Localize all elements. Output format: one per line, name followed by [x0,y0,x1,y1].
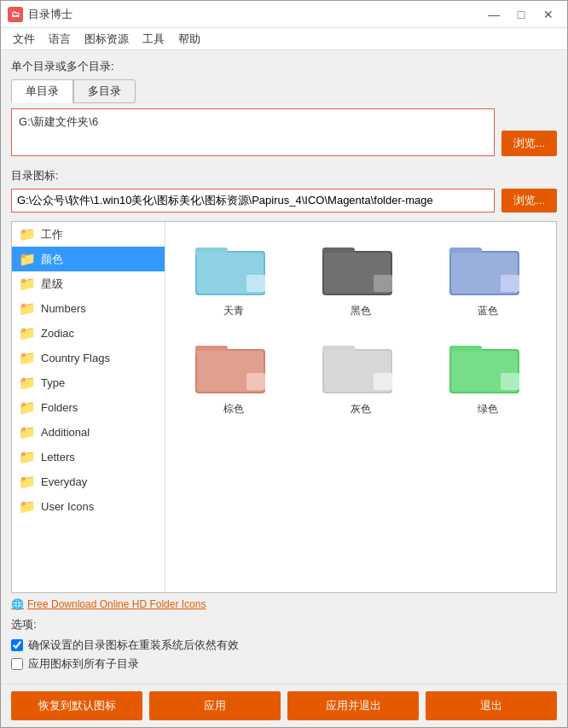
icon-label-heise: 黑色 [351,304,371,318]
folder-svg-zongse [195,335,272,397]
icon-label-lvse: 绿色 [478,402,498,416]
bottom-bar: 恢复到默认图标 应用 应用并退出 退出 [1,684,567,727]
close-button[interactable]: ✕ [536,4,560,25]
window-title: 目录博士 [28,7,482,22]
icon-cell-lvse[interactable]: 绿色 [426,327,549,422]
folder-icon-star: 📁 [19,276,36,292]
exit-btn[interactable]: 退出 [426,691,557,720]
globe-icon: 🌐 [11,598,24,610]
menu-bar: 文件 语言 图标资源 工具 帮助 [1,28,567,50]
menu-tools[interactable]: 工具 [136,30,171,49]
sidebar-item-color[interactable]: 📁 颜色 [12,247,165,271]
sidebar-item-additional[interactable]: 📁 Additional [12,420,165,445]
svg-rect-15 [246,373,265,390]
icon-cell-heise[interactable]: 黑色 [299,229,423,323]
checkbox-subdirs-label: 应用图标到所有子目录 [28,656,139,672]
sidebar-item-star[interactable]: 📁 星级 [12,271,165,296]
download-label: Free Download Online HD Folder Icons [27,598,206,610]
svg-rect-7 [374,275,392,292]
folder-icon-flags: 📁 [19,350,36,366]
menu-file[interactable]: 文件 [6,30,42,49]
restore-btn[interactable]: 恢复到默认图标 [11,691,142,720]
folder-svg-huise [322,335,399,397]
icon-cell-zongse[interactable]: 棕色 [172,327,296,422]
checkbox-reinstall[interactable] [11,639,23,651]
icon-path-label: 目录图标: [11,168,557,183]
sidebar-item-everyday[interactable]: 📁 Everyday [12,469,165,494]
icon-cell-huise[interactable]: 灰色 [299,327,423,422]
window-controls: — □ ✕ [482,4,560,25]
folder-icon-zodiac: 📁 [19,325,36,341]
minimize-button[interactable]: — [482,4,506,25]
main-window: 🗂 目录博士 — □ ✕ 文件 语言 图标资源 工具 帮助 单个目录或多个目录:… [0,0,568,728]
sidebar-item-user-icons[interactable]: 📁 User Icons [12,494,165,519]
icon-cell-tianqing[interactable]: 天青 [172,229,296,323]
svg-rect-19 [374,373,392,390]
menu-language[interactable]: 语言 [42,30,78,49]
icon-path-input[interactable] [11,189,495,213]
folder-icon-color: 📁 [19,251,36,267]
icon-label-tianqing: 天青 [223,304,244,318]
icon-cell-lanse[interactable]: 蓝色 [426,229,549,323]
checkbox-reinstall-label: 确保设置的目录图标在重装系统后依然有效 [28,638,239,653]
checkbox-row-2: 应用图标到所有子目录 [11,656,557,672]
icon-label-huise: 灰色 [351,402,371,416]
folder-svg-lanse [449,237,526,299]
menu-help[interactable]: 帮助 [171,30,207,49]
apply-exit-btn[interactable]: 应用并退出 [287,691,419,720]
sidebar-item-type[interactable]: 📁 Type [12,370,165,395]
svg-rect-3 [246,275,265,292]
icon-label-lanse: 蓝色 [478,304,498,318]
maximize-button[interactable]: □ [509,4,533,25]
sidebar-item-numbers[interactable]: 📁 Numbers [12,296,165,321]
sidebar-item-work[interactable]: 📁 工作 [12,222,165,247]
browse-button-icon[interactable]: 浏览... [501,189,557,213]
directory-section-label: 单个目录或多个目录: [11,59,557,74]
checkbox-row-1: 确保设置的目录图标在重装系统后依然有效 [11,638,557,653]
svg-rect-23 [501,373,519,390]
options-label: 选项: [11,617,557,632]
folder-icon-folders: 📁 [19,399,36,416]
folder-svg-lvse [449,335,526,397]
content-area: 单个目录或多个目录: 单目录 多目录 浏览... 目录图标: 浏览... 📁 工… [1,50,567,684]
browse-button-dir[interactable]: 浏览... [501,131,557,156]
icon-grid: 天青 黑色 [165,222,556,592]
folder-icon-additional: 📁 [19,424,36,440]
directory-textarea[interactable] [11,108,495,156]
sidebar-item-country-flags[interactable]: 📁 Country Flags [12,346,165,370]
checkbox-subdirs[interactable] [11,658,23,670]
icon-path-row: 浏览... [11,189,557,213]
sidebar-item-zodiac[interactable]: 📁 Zodiac [12,321,165,346]
tab-single[interactable]: 单目录 [11,79,73,103]
folder-icon-type: 📁 [19,375,36,391]
icon-label-zongse: 棕色 [223,402,244,416]
main-panel: 📁 工作 📁 颜色 📁 星级 📁 Numbers 📁 Zodiac [11,221,557,593]
textarea-section: 浏览... [11,108,557,160]
folder-icon-everyday: 📁 [19,474,36,490]
tab-bar: 单目录 多目录 [11,79,557,103]
sidebar: 📁 工作 📁 颜色 📁 星级 📁 Numbers 📁 Zodiac [12,222,165,592]
folder-icon-user-icons: 📁 [19,498,36,515]
menu-icon-resources[interactable]: 图标资源 [78,30,136,49]
download-link[interactable]: 🌐 Free Download Online HD Folder Icons [11,598,557,610]
app-icon: 🗂 [8,7,23,22]
title-bar: 🗂 目录博士 — □ ✕ [1,1,567,28]
sidebar-item-folders[interactable]: 📁 Folders [12,395,165,420]
tab-multiple[interactable]: 多目录 [73,79,136,103]
folder-svg-tianqing [195,237,272,299]
folder-icon-work: 📁 [19,226,36,242]
folder-icon-numbers: 📁 [19,300,36,317]
svg-rect-11 [501,275,519,292]
sidebar-item-letters[interactable]: 📁 Letters [12,445,165,469]
apply-btn[interactable]: 应用 [149,691,281,720]
folder-svg-heise [322,237,399,299]
folder-icon-letters: 📁 [19,449,36,465]
